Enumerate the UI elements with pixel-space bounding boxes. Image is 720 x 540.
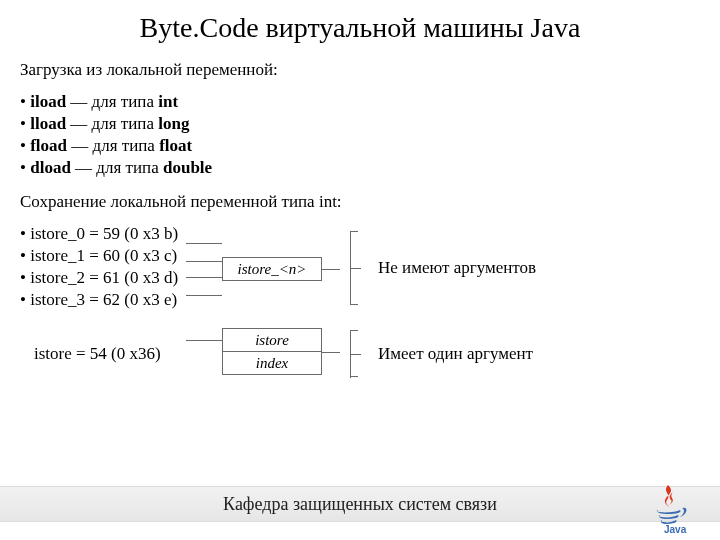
footer-bar: Кафедра защищенных систем связи bbox=[0, 486, 720, 522]
list-item: • fload — для типа float bbox=[20, 136, 700, 156]
type: long bbox=[158, 114, 189, 133]
type: double bbox=[163, 158, 212, 177]
load-list: • iload — для типа int • lload — для тип… bbox=[20, 92, 700, 178]
list-item: • lload — для типа long bbox=[20, 114, 700, 134]
diagram-box-top: istore bbox=[222, 328, 322, 352]
istore-single: istore = 54 (0 x36) bbox=[20, 344, 200, 364]
brace-icon bbox=[350, 231, 368, 305]
type: int bbox=[158, 92, 178, 111]
istore-n-list: • istore_0 = 59 (0 x3 b) • istore_1 = 60… bbox=[20, 224, 200, 312]
caption-one-arg: Имеет один аргумент bbox=[378, 344, 588, 364]
list-item: • istore_2 = 61 (0 x3 d) bbox=[20, 268, 200, 288]
type: float bbox=[159, 136, 192, 155]
caption-no-args: Не имеют аргументов bbox=[378, 258, 588, 278]
opcode: dload bbox=[30, 158, 71, 177]
list-item: • istore_0 = 59 (0 x3 b) bbox=[20, 224, 200, 244]
java-logo-icon: Java bbox=[640, 482, 702, 534]
diagram-istore-n: istore_<n> bbox=[210, 233, 340, 303]
opcode: lload bbox=[30, 114, 66, 133]
list-item: • iload — для типа int bbox=[20, 92, 700, 112]
svg-text:Java: Java bbox=[664, 524, 687, 534]
brace-icon bbox=[350, 328, 368, 380]
list-item: • dload — для типа double bbox=[20, 158, 700, 178]
diagram-box: istore_<n> bbox=[222, 257, 322, 281]
footer-text: Кафедра защищенных систем связи bbox=[223, 494, 497, 515]
list-item: • istore_3 = 62 (0 x3 e) bbox=[20, 290, 200, 310]
section-store-title: Сохранение локальной переменной типа int… bbox=[20, 192, 700, 212]
section-load-title: Загрузка из локальной переменной: bbox=[20, 60, 700, 80]
diagram-istore: istore index bbox=[210, 328, 340, 380]
opcode: fload bbox=[30, 136, 67, 155]
diagram-box-bottom: index bbox=[222, 351, 322, 375]
opcode: iload bbox=[30, 92, 66, 111]
slide-title: Byte.Code виртуальной машины Java bbox=[20, 12, 700, 44]
list-item: • istore_1 = 60 (0 x3 c) bbox=[20, 246, 200, 266]
